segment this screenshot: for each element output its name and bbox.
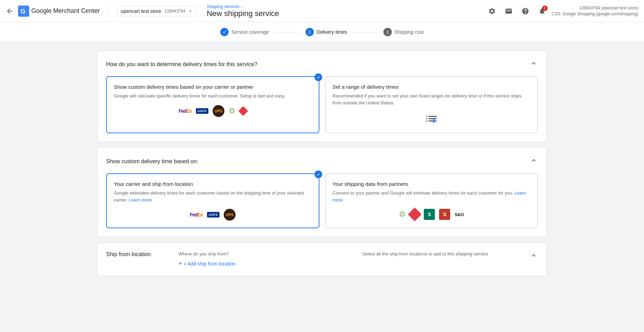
- step-1-circle: [220, 28, 229, 36]
- option-carrier-check: [315, 73, 322, 81]
- help-button[interactable]: [518, 4, 532, 18]
- ship-from-right: Select all the ship from locations to ad…: [363, 251, 530, 267]
- select-all-text: Select all the ship from locations to ad…: [363, 251, 488, 256]
- section-1-question: How do you want to determine delivery ti…: [106, 61, 257, 68]
- sgo-logo: S&O: [454, 212, 464, 217]
- back-button[interactable]: [6, 7, 14, 15]
- notification-area: 1: [535, 4, 549, 18]
- step-2-label: Delivery times: [317, 29, 347, 35]
- nav-left: G Google Merchant Center opencart test s…: [6, 4, 485, 18]
- option-carrier-location-logos: FedEx USPS UPS: [114, 209, 312, 221]
- svg-text:G: G: [21, 8, 25, 15]
- option-carrier-location-title: Your carrier and ship from location: [114, 181, 312, 187]
- option-partners-title: Your shipping data from partners: [333, 181, 531, 187]
- store-name: opencart test store: [121, 8, 161, 14]
- option-carrier-desc: Google will calculate specific delivery …: [114, 93, 312, 100]
- stepper: Service coverage 2 Delivery times 3 Ship…: [0, 22, 644, 42]
- step-2: 2 Delivery times: [305, 28, 347, 36]
- section-3-row: Ship from location Where do you ship fro…: [106, 251, 538, 267]
- breadcrumb-area: Shipping services › New shipping service: [207, 4, 279, 18]
- fedex-logo: FedEx: [178, 108, 191, 114]
- account-sub: CSS: Google Shopping (google.com/shoppin…: [552, 11, 639, 17]
- option-range-logos: [333, 112, 531, 126]
- section-3-card: Ship from location Where do you ship fro…: [97, 243, 547, 276]
- step-connector-2: [351, 32, 379, 32]
- shipbob-logo: S: [424, 209, 435, 220]
- top-nav: G Google Merchant Center opencart test s…: [0, 0, 644, 22]
- option-range[interactable]: Set a range of delivery times Recommende…: [325, 76, 538, 133]
- option-partners[interactable]: Your shipping data from partners Connect…: [325, 173, 538, 228]
- option-carrier-location-desc: Google estimates delivery times for each…: [114, 190, 312, 203]
- option-carrier-location-check: [315, 171, 322, 178]
- breadcrumb-link[interactable]: Shipping services: [207, 4, 239, 9]
- step-3-label: Shipping cost: [395, 29, 424, 35]
- section-2-card: Show custom delivery time based on: Your…: [97, 148, 547, 237]
- add-location-button[interactable]: + + Add ship from location: [178, 260, 236, 267]
- mail-icon: [505, 7, 512, 15]
- section-2-header: Show custom delivery time based on:: [106, 156, 538, 166]
- main-content: How do you want to determine delivery ti…: [0, 42, 644, 284]
- section-2-collapse[interactable]: [530, 156, 538, 166]
- app-name: Google Merchant Center: [31, 7, 100, 15]
- settings-button[interactable]: [485, 4, 499, 18]
- settings-icon: [488, 7, 496, 15]
- option-range-title: Set a range of delivery times: [333, 84, 531, 90]
- add-location-text: + Add ship from location: [184, 261, 236, 267]
- add-location-icon: +: [178, 260, 182, 267]
- option-carrier-logos: FedEx USPS UPS ⚙: [114, 105, 312, 117]
- breadcrumb-sep: ›: [241, 4, 242, 9]
- option-range-desc: Recommended if you want to set your own …: [333, 93, 531, 106]
- help-icon: [522, 7, 529, 15]
- section-2-options: Your carrier and ship from location Goog…: [106, 173, 538, 228]
- shippo-logo: S: [439, 209, 450, 220]
- option-carrier-location[interactable]: Your carrier and ship from location Goog…: [106, 173, 319, 228]
- shipstation-logo: ⚙: [229, 106, 236, 116]
- section-3-inner: Ship from location Where do you ship fro…: [106, 251, 530, 267]
- notification-button[interactable]: 1: [535, 4, 549, 18]
- ups-logo: UPS: [213, 105, 224, 117]
- store-selector[interactable]: opencart test store 128943784: [117, 6, 197, 16]
- section-2-question: Show custom delivery time based on:: [106, 158, 198, 165]
- step-2-circle: 2: [305, 28, 314, 36]
- notification-count: 1: [542, 6, 548, 11]
- mail-button[interactable]: [502, 4, 516, 18]
- step-3-circle: 3: [383, 28, 392, 36]
- account-info: 128943784 (opencart test store) CSS: Goo…: [552, 5, 639, 17]
- nav-divider: [108, 6, 109, 17]
- section-1-card: How do you want to determine delivery ti…: [97, 50, 547, 142]
- option-partners-desc: Connect to your partner and Google will …: [333, 190, 531, 203]
- shipstation-logo-2: ⚙: [399, 210, 406, 219]
- nav-right: 1 128943784 (opencart test store) CSS: G…: [485, 4, 639, 18]
- step-connector-1: [273, 32, 301, 32]
- partner-logo-2: [408, 207, 422, 221]
- step-3: 3 Shipping cost: [383, 28, 424, 36]
- ups-logo-2: UPS: [224, 209, 236, 221]
- option-carrier-title: Show custom delivery times based on your…: [114, 84, 312, 90]
- page-title: New shipping service: [207, 9, 279, 18]
- section-1-options: Show custom delivery times based on your…: [106, 76, 538, 133]
- list-add-icon: [424, 112, 438, 126]
- dropdown-icon: [188, 8, 193, 14]
- section-1-collapse[interactable]: [530, 59, 538, 69]
- account-id: 128943784 (opencart test store): [552, 5, 639, 11]
- fedex-logo-2: FedEx: [190, 212, 202, 218]
- usps-logo-2: USPS: [207, 212, 220, 218]
- step-1-label: Service coverage: [231, 29, 269, 35]
- option-partners-logos: ⚙ S S S&O: [333, 209, 531, 220]
- ship-from-label: Ship from location: [106, 251, 162, 267]
- usps-logo: USPS: [196, 108, 209, 114]
- partner-logo: [238, 106, 248, 116]
- store-id: 128943784: [165, 9, 185, 14]
- carrier-location-learn-more[interactable]: Learn more: [129, 197, 152, 203]
- ship-from-middle: Where do you ship from? + + Add ship fro…: [178, 251, 346, 267]
- app-logo: G Google Merchant Center: [18, 6, 100, 17]
- step-1: Service coverage: [220, 28, 269, 36]
- section-3-collapse[interactable]: [530, 251, 538, 261]
- ship-from-where: Where do you ship from?: [178, 251, 346, 256]
- option-carrier[interactable]: Show custom delivery times based on your…: [106, 76, 319, 133]
- section-1-header: How do you want to determine delivery ti…: [106, 59, 538, 69]
